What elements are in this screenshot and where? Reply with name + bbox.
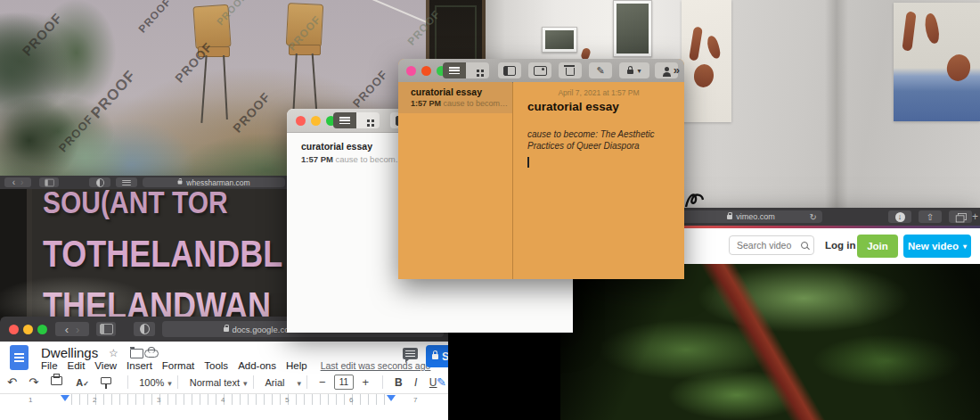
- gallery-view-button[interactable]: [356, 112, 380, 128]
- refresh-icon[interactable]: ↻: [810, 212, 817, 222]
- editing-mode-icon[interactable]: ✎: [437, 375, 446, 389]
- large-framed-picture: [613, 0, 652, 57]
- style-value: Normal text: [190, 377, 240, 388]
- note-preview: cause to becom…: [444, 99, 509, 108]
- note-list-title[interactable]: curatorial essay: [301, 141, 372, 152]
- document-title[interactable]: Dwellings: [41, 345, 98, 360]
- note-body: cause to become: The Aesthetic Practices…: [527, 128, 661, 152]
- list-view-button[interactable]: [443, 62, 466, 78]
- redo-icon[interactable]: ↷: [29, 375, 38, 389]
- last-edit-link[interactable]: Last edit was seconds ago: [321, 360, 431, 371]
- person-icon: [665, 67, 669, 71]
- menu-view[interactable]: View: [94, 360, 117, 371]
- tabs-icon: [958, 213, 967, 220]
- new-note-button[interactable]: ✎: [589, 62, 612, 78]
- sidebar-button[interactable]: [96, 322, 116, 336]
- share-button[interactable]: S: [426, 345, 448, 367]
- wall-corner: [825, 0, 848, 214]
- gallery-view-button[interactable]: [466, 62, 489, 78]
- reader-button[interactable]: [116, 177, 137, 187]
- address-bar[interactable]: vimeo.com ↻: [680, 210, 822, 223]
- ruler-number: 2: [93, 396, 96, 404]
- framed-image: [617, 4, 649, 54]
- menu-format[interactable]: Format: [162, 360, 194, 371]
- arm-artwork: [902, 11, 916, 51]
- italic-button[interactable]: I: [414, 376, 417, 389]
- font-value: Arial: [265, 377, 284, 388]
- delete-note-button[interactable]: [559, 62, 582, 78]
- google-docs-page: Dwellings ☆ File Edit View Insert Format…: [0, 342, 448, 420]
- paragraph-style-select[interactable]: Normal text▾: [190, 377, 248, 388]
- left-indent-marker[interactable]: [61, 395, 69, 401]
- arms-poster-left: [682, 0, 731, 122]
- close-button[interactable]: [296, 116, 306, 126]
- privacy-report-button[interactable]: [134, 322, 155, 336]
- forward-button[interactable]: ›: [76, 323, 79, 336]
- bold-button[interactable]: B: [395, 376, 403, 389]
- menu-insert[interactable]: Insert: [127, 360, 152, 371]
- sidebar-button[interactable]: [39, 177, 59, 187]
- menu-addons[interactable]: Add-ons: [238, 360, 276, 371]
- search-input[interactable]: [735, 239, 801, 251]
- undo-icon[interactable]: ↶: [7, 375, 17, 389]
- share-button[interactable]: ⇧: [919, 210, 942, 223]
- privacy-report-button[interactable]: [89, 177, 110, 187]
- list-icon: [449, 67, 460, 74]
- log-in-link[interactable]: Log in: [825, 240, 856, 251]
- document-canvas[interactable]: [0, 405, 448, 420]
- note-title: curatorial essay: [527, 100, 619, 113]
- back-button[interactable]: ‹: [12, 177, 15, 187]
- zoom-select[interactable]: 100%▾: [139, 377, 172, 388]
- move-folder-icon[interactable]: [130, 349, 143, 358]
- zoom-button[interactable]: [37, 325, 47, 334]
- ruler-number: 5: [285, 396, 289, 404]
- menu-file[interactable]: File: [41, 360, 58, 371]
- note-editor[interactable]: April 7, 2021 at 1:57 PM curatorial essa…: [513, 82, 684, 279]
- chevron-down-icon: ▾: [637, 67, 641, 75]
- join-button[interactable]: Join: [857, 235, 898, 258]
- reader-icon: [122, 179, 131, 185]
- minimize-button[interactable]: [23, 325, 33, 334]
- close-button[interactable]: [406, 66, 416, 76]
- font-size-field[interactable]: 11: [334, 375, 354, 390]
- increase-font-button[interactable]: +: [362, 375, 369, 389]
- notes-list-pane: curatorial essay 1:57 PM cause to becom…: [398, 82, 512, 279]
- tab-overview-button[interactable]: [949, 210, 972, 223]
- note-time: 1:57 PM: [411, 99, 441, 108]
- lock-note-button[interactable]: ▾: [619, 62, 649, 78]
- comments-icon[interactable]: [403, 348, 418, 359]
- spellcheck-icon[interactable]: A✓: [76, 377, 89, 388]
- decrease-font-button[interactable]: −: [319, 375, 326, 389]
- media-button[interactable]: [528, 62, 551, 78]
- minimize-button[interactable]: [421, 66, 431, 76]
- eucalyptus-video-frame: [560, 264, 980, 420]
- list-view-button[interactable]: [333, 112, 356, 128]
- new-video-button[interactable]: New video ▾: [903, 235, 971, 258]
- sidebar-icon: [45, 178, 54, 185]
- graffiti-line: SOU(ANT TOR: [43, 189, 287, 228]
- star-icon[interactable]: ☆: [109, 347, 118, 359]
- paint-format-icon[interactable]: [101, 377, 111, 384]
- url-text: vimeo.com: [736, 212, 775, 221]
- menu-edit[interactable]: Edit: [68, 360, 86, 371]
- note-list-meta[interactable]: 1:57 PM cause to becom…: [301, 154, 404, 164]
- folders-sidebar-button[interactable]: [498, 62, 521, 78]
- minimize-button[interactable]: [311, 116, 321, 126]
- right-indent-marker[interactable]: [387, 395, 396, 401]
- url-text: whessharman.com: [186, 178, 249, 187]
- back-button[interactable]: ‹: [65, 323, 69, 336]
- menu-tools[interactable]: Tools: [204, 360, 228, 371]
- new-tab-button[interactable]: +: [972, 210, 978, 223]
- overflow-chevrons-icon[interactable]: »: [674, 63, 680, 77]
- lock-icon: [627, 70, 633, 74]
- forward-button[interactable]: ›: [20, 177, 23, 187]
- menu-help[interactable]: Help: [286, 360, 307, 371]
- downloads-button[interactable]: ↓: [888, 210, 911, 223]
- proof-watermark: PROOF: [230, 89, 274, 135]
- print-icon[interactable]: [51, 376, 62, 385]
- font-select[interactable]: Arial▾: [265, 377, 301, 388]
- search-box[interactable]: [729, 235, 814, 255]
- address-bar[interactable]: whessharman.com: [143, 177, 285, 187]
- selected-note-row[interactable]: curatorial essay 1:57 PM cause to becom…: [398, 82, 512, 113]
- close-button[interactable]: [9, 325, 19, 334]
